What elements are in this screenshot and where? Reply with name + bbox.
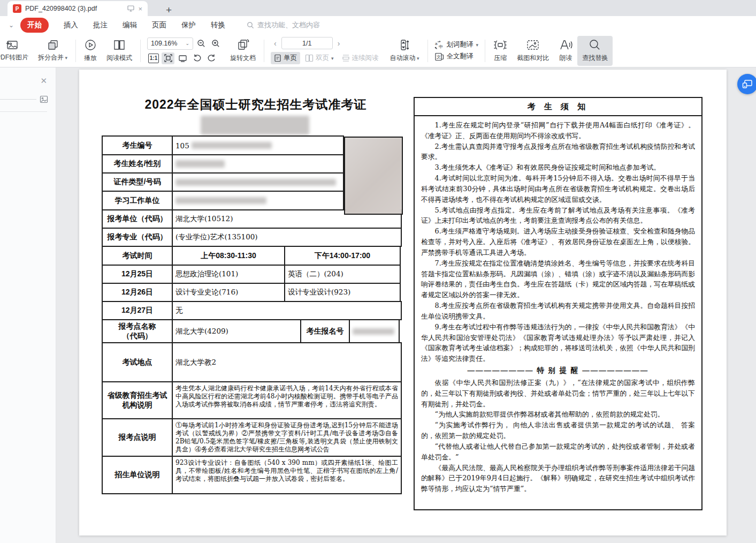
divider [427, 40, 428, 62]
read-mode-button[interactable]: 阅读模式 [102, 36, 137, 66]
examinee-no-prefix: 105 [175, 141, 189, 150]
svg-text:中: 中 [439, 44, 443, 49]
notice-title: 考 生 须 知 [415, 98, 701, 116]
divider [75, 40, 76, 62]
search-icon [247, 21, 254, 29]
split-merge-icon [47, 39, 59, 51]
play-button[interactable]: 播放 [79, 36, 102, 66]
image-icon [40, 95, 48, 103]
sidebar-close-icon[interactable]: ✕ [40, 76, 47, 86]
continuous-read-icon [342, 54, 350, 62]
screenshot-compare-button[interactable]: 截图和对比 [512, 36, 554, 66]
menu-item-insert[interactable]: 插入 [56, 17, 86, 33]
zoom-cluster: 109.16%⌄ 1:1 [144, 37, 225, 64]
document-tab[interactable]: P PDF_420998402 (3).pdf × [7, 1, 148, 16]
menu-item-home[interactable]: 开始 [20, 18, 49, 33]
table-row: 招生单位说明 923设计专业设计：自备图纸（540 x 390 mm）或四开素描… [102, 457, 403, 494]
prev-page-icon[interactable]: ‹ [271, 39, 280, 48]
notice-paragraph: 2.考生需认真查阅并遵守报考点及报考点所在地省级教育招生考试机构疫情防控和考试要… [421, 141, 695, 163]
split-merge-button[interactable]: 拆分合并 ▾ [33, 36, 72, 66]
pdf-page: 2022年全国硕士研究生招生考试准考证 考生编号 105 考生姓名/性别 [79, 70, 727, 536]
special-reminder-title: ———————— 特 别 提 醒 ———————— [421, 365, 695, 376]
auto-scroll-icon [399, 39, 410, 51]
zoom-out-icon[interactable] [195, 37, 208, 49]
redacted-value [192, 142, 272, 149]
rotate-left-icon[interactable] [190, 52, 203, 64]
auto-scroll-button[interactable]: 自动滚动 ▾ [385, 36, 424, 66]
tab-title: PDF_420998402 (3).pdf [25, 5, 124, 12]
divider [140, 40, 141, 62]
page-indicator[interactable]: 1/1 [281, 37, 333, 49]
notice-paragraph: 9.考生在考试过程中有作弊等违规违法行为的，一律按《中华人民共和国教育法》《中华… [421, 322, 695, 364]
table-row: 报考点说明 ①每场考试前1小时持准考证和身份证验证身份进考场,迟到15分钟后不能… [102, 419, 403, 457]
redacted-name-strip [201, 116, 309, 135]
translate-cluster: a 中 划词翻译▾ 文 全文翻译 [431, 40, 482, 61]
search-box[interactable]: 查找功能、文档内容 [247, 20, 320, 30]
single-page-button[interactable]: 单页 [271, 52, 300, 64]
notice-paragraph: 7.考生应按规定在指定位置准确清楚填涂姓名、考生编号等信息，并按要求在统考科目答… [421, 258, 695, 300]
divider [0, 99, 36, 100]
table-row: 考试时间 上午08:30-11:30 下午14:00-17:00 [102, 247, 403, 266]
notice-panel: 考 生 须 知 1.考生应在规定时间内登录“研招网”自行下载并使用A4幅面白纸打… [414, 97, 702, 510]
document-canvas[interactable]: 2022年全国硕士研究生招生考试准考证 考生编号 105 考生姓名/性别 [56, 67, 756, 543]
notice-paragraph: “为实施考试作弊行为， 向他人非法出售或者提供第一款规定的考试的试题、 答案的，… [421, 420, 695, 441]
notice-paragraph: 8.考生应按考点所在省级教育招生考试机构有关规定携带并使用文具。自命题科目按招生… [421, 300, 695, 322]
notice-paragraph: “代替他人或者让他人代替自己参加第一款规定的考试的，处拘役或者管制，并处或者单处… [421, 441, 695, 463]
menu-item-page[interactable]: 页面 [144, 17, 174, 33]
menu-item-edit[interactable]: 编辑 [115, 17, 144, 33]
notice-paragraph: 4.考试时间以北京时间为准。每科开考15分钟后不得入场。交卷出场时间不得早于当科… [421, 173, 695, 205]
zoom-level-select[interactable]: 109.16%⌄ [147, 37, 193, 50]
double-page-button[interactable]: 双页▾ [302, 52, 337, 64]
rotate-document-button[interactable]: 旋转文档 [225, 36, 261, 66]
rotate-right-icon[interactable] [205, 52, 218, 64]
menu-item-comment[interactable]: 批注 [86, 17, 115, 33]
full-translate-icon: 文 [434, 52, 444, 61]
tab-bar: P PDF_420998402 (3).pdf × + [0, 0, 756, 16]
notice-paragraph: 3.考生须凭本人《准考证》和有效居民身份证按规定时间和地点参加考试。 [421, 162, 695, 173]
continuous-read-button[interactable]: 连续阅读 [339, 52, 382, 64]
redacted-value [175, 197, 266, 204]
svg-text:a: a [435, 41, 438, 46]
notice-paragraph: 5.考试地点由报考点指定。考生应在考前了解考试地点及考场有关注意事项。《准考证》… [421, 205, 695, 227]
table-row: 12月27日 无 [102, 302, 403, 320]
fit-width-icon[interactable] [176, 52, 189, 64]
read-aloud-button[interactable]: 朗读 [554, 36, 577, 66]
redacted-value [353, 328, 394, 335]
table-row: 报考专业（代码） (专业学位)艺术(135100) [102, 229, 403, 247]
single-page-icon [274, 54, 281, 62]
notice-paragraph: 《最高人民法院、最高人民检察院关于办理组织考试作弊等刑事案件适用法律若干问题的解… [421, 463, 695, 494]
devices-icon [742, 79, 753, 89]
word-translate-button[interactable]: a 中 划词翻译▾ [434, 40, 479, 49]
next-page-icon[interactable]: › [334, 39, 343, 48]
present-icon[interactable] [127, 5, 134, 12]
new-tab-button[interactable]: + [162, 4, 176, 16]
compress-icon [493, 39, 507, 51]
pdf-to-image-button[interactable]: PDF转图片 [0, 36, 33, 66]
collapse-ribbon-icon[interactable]: ⌄ [0, 21, 20, 29]
compress-button[interactable]: 压缩 [488, 36, 512, 66]
candidate-photo [344, 137, 403, 215]
full-translate-button[interactable]: 文 全文翻译 [434, 52, 479, 61]
find-replace-button[interactable]: 查找替换 [577, 36, 613, 66]
redacted-value [175, 179, 336, 186]
content-area: ✕ 2022年全国硕士研究生招生考试准考证 考生编号 105 [0, 67, 756, 543]
table-row: 考试地点 湖北大学教2 [102, 343, 403, 382]
word-translate-icon: a 中 [434, 41, 444, 49]
floating-action-button[interactable] [737, 74, 756, 94]
zoom-in-icon[interactable] [209, 37, 222, 49]
screenshot-compare-icon [526, 39, 540, 51]
menu-item-protect[interactable]: 保护 [174, 17, 203, 33]
menu-bar: ⌄ 开始 插入 批注 编辑 页面 保护 转换 查找功能、文档内容 [0, 16, 756, 34]
page-cluster: ‹ 1/1 › 单页 双页▾ 连续阅读 [268, 37, 385, 64]
admission-ticket-table: 考生编号 105 考生姓名/性别 证件类型/号码 [102, 137, 403, 494]
sidebar-thumbnail-item[interactable] [0, 95, 48, 103]
close-tab-icon[interactable]: × [138, 5, 142, 13]
read-aloud-icon [559, 39, 572, 51]
divider [0, 111, 47, 112]
actual-size-button[interactable]: 1:1 [148, 54, 159, 63]
book-icon [112, 39, 126, 51]
redacted-value [175, 160, 225, 168]
ticket-title: 2022年全国硕士研究生招生考试准考证 [101, 96, 411, 113]
fit-page-icon[interactable] [162, 52, 174, 64]
menu-item-convert[interactable]: 转换 [203, 17, 233, 33]
